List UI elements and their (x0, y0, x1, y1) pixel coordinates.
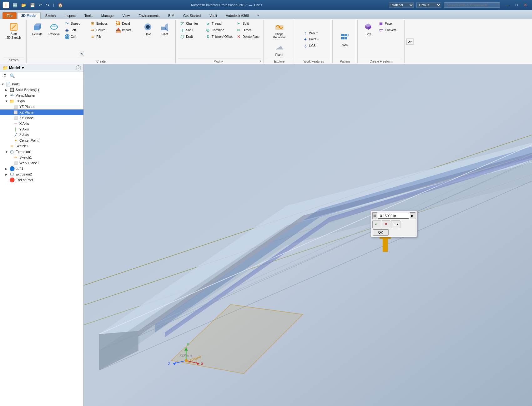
dialog-options-button[interactable]: ☰ ▾ (391, 221, 400, 228)
thread-button[interactable]: ⌀ Thread (204, 20, 234, 27)
convert-button[interactable]: ⇄ Convert (377, 27, 402, 33)
delete-face-button[interactable]: ✕ Delete Face (235, 33, 261, 40)
face-button[interactable]: ◼ Face (377, 20, 402, 27)
rib-button[interactable]: ≡ Rib (88, 33, 113, 40)
thicken-offset-button[interactable]: ⇕ Thicken/ Offset (204, 33, 234, 40)
panel-help-button[interactable]: ? (76, 65, 81, 70)
tree-item-view-master[interactable]: ▶ 👁 View: Master (0, 93, 83, 98)
close-button[interactable]: ✕ (521, 2, 529, 8)
emboss-button[interactable]: ⊞ Emboss (88, 20, 113, 27)
expander-view-master[interactable]: ▶ (5, 94, 9, 97)
ucs-button[interactable]: ⊹ UCS (301, 43, 326, 49)
box-freeform-button[interactable]: Box (360, 20, 376, 38)
import-button[interactable]: 📥 Import (114, 27, 139, 33)
decal-button[interactable]: 🖼 Decal (114, 20, 139, 27)
tab-sketch[interactable]: Sketch (41, 12, 60, 19)
tab-bim[interactable]: BIM (164, 12, 178, 19)
undo-button[interactable]: ↶ (38, 2, 43, 8)
tree-item-loft1[interactable]: ▶ 🔵 Loft1 (0, 166, 83, 171)
axis-dropdown[interactable]: ▾ (316, 31, 318, 34)
loft-button[interactable]: ◈ Loft (63, 27, 88, 33)
tab-tools[interactable]: Tools (80, 12, 97, 19)
tab-environments[interactable]: Environments (134, 12, 163, 19)
search-tree-button[interactable]: 🔍 (9, 73, 16, 79)
extrude-button[interactable]: Extrude (29, 20, 45, 38)
shell-button[interactable]: ◫ Shell (178, 27, 203, 33)
combine-button[interactable]: ⊕ Combine (204, 27, 234, 33)
tree-item-center-point[interactable]: ▶ ✦ Center Point (0, 138, 83, 143)
ok-button[interactable]: OK (373, 229, 389, 236)
material-dropdown[interactable]: Material (389, 3, 414, 8)
tree-item-x-axis[interactable]: ▶ ─ X Axis (0, 121, 83, 126)
shape-generator-button[interactable]: ShapeGenerator (271, 20, 288, 40)
dimension-arrow-button[interactable]: ▶ (410, 212, 415, 219)
dimension-input[interactable] (378, 213, 409, 219)
save-button[interactable]: 💾 (29, 2, 36, 8)
tab-manage[interactable]: Manage (97, 12, 118, 19)
tab-inspect[interactable]: Inspect (61, 12, 80, 19)
tree-item-yz-plane[interactable]: ▶ ⬜ YZ Plane (0, 104, 83, 109)
axis-button[interactable]: ↕ Axis ▾ (301, 30, 326, 36)
split-button[interactable]: ✂ Split (235, 20, 261, 27)
expander-part1[interactable]: ▼ (1, 83, 5, 86)
sweep-button[interactable]: 〜 Sweep (63, 20, 88, 27)
expander-ext2[interactable]: ▶ (5, 173, 9, 176)
rectangular-pattern-button[interactable]: Rect. (337, 31, 353, 48)
tree-item-work-plane1[interactable]: ▶ ⬜ Work Plane1 (0, 160, 83, 166)
tab-a360[interactable]: Autodesk A360 (222, 12, 253, 19)
start-2d-sketch-button[interactable]: Start2D Sketch (4, 21, 24, 41)
tab-vault[interactable]: Vault (205, 12, 221, 19)
expander-loft1[interactable]: ▶ (5, 167, 9, 170)
filter-button[interactable]: ⚲ (3, 73, 8, 79)
viewport[interactable]: XZPlane Z Y X XZ (84, 64, 532, 406)
modify-dropdown-arrow[interactable]: ▾ (259, 59, 261, 63)
open-button[interactable]: 📂 (20, 2, 28, 8)
tree-item-xy-plane[interactable]: ▶ ⬜ XY Plane (0, 115, 83, 121)
tab-3dmodel[interactable]: 3D Model (17, 12, 41, 19)
plane-explore-icon (274, 43, 284, 53)
redo-button[interactable]: ↷ (45, 2, 51, 8)
help-search-input[interactable] (444, 2, 500, 8)
direct-button[interactable]: ✏ Direct (235, 27, 261, 33)
loft-icon: ◈ (64, 28, 69, 33)
revolve-button[interactable]: Revolve (46, 20, 62, 38)
tree-item-origin[interactable]: ▼ 📁 Origin (0, 98, 83, 104)
point-button[interactable]: ✦ Point ▾ (301, 36, 326, 43)
point-dropdown[interactable]: ▾ (317, 38, 319, 41)
chamfer-button[interactable]: ◸ Chamfer (178, 20, 203, 27)
derive-button[interactable]: ⇒ Derive (88, 27, 113, 33)
tab-getstarted[interactable]: Get Started (179, 12, 205, 19)
ribbon-expand-button[interactable]: ≫ (406, 38, 414, 45)
tree-item-end-of-part[interactable]: ▶ 🔴 End of Part (0, 177, 83, 183)
tree-item-solid-bodies[interactable]: ▶ 🔲 Solid Bodies(1) (0, 87, 83, 93)
hole-button[interactable]: Hole (140, 20, 156, 38)
tree-item-sketch1-top[interactable]: ▶ ✏ Sketch1 (0, 143, 83, 149)
tree-item-extrusion1[interactable]: ▼ ⬡ Extrusion1 (0, 149, 83, 155)
plane-explore-button[interactable]: Plane (271, 41, 288, 58)
tree-item-sketch1-sub[interactable]: ▶ ✏ Sketch1 (0, 155, 83, 160)
view-master-icon: 👁 (9, 93, 14, 98)
coil-button[interactable]: 🌀 Coil (63, 33, 88, 40)
fillet-button[interactable]: Fillet (157, 20, 173, 38)
dialog-ok-check-button[interactable]: ✓ (372, 221, 381, 228)
minimize-button[interactable]: ─ (504, 2, 512, 8)
draft-button[interactable]: ⬡ Draft (178, 33, 203, 40)
maximize-button[interactable]: □ (513, 2, 520, 8)
panel-title-dropdown[interactable]: ▾ (22, 66, 24, 70)
new-button[interactable]: 🆕 (11, 2, 19, 8)
tree-item-y-axis[interactable]: ▶ │ Y Axis (0, 126, 83, 132)
home-button[interactable]: 🏠 (57, 2, 64, 8)
tab-view[interactable]: View (118, 12, 134, 19)
tab-file[interactable]: File (3, 12, 17, 19)
expander-ext1[interactable]: ▼ (5, 150, 9, 154)
expander-solid-bodies[interactable]: ▶ (5, 88, 9, 92)
tree-item-xz-plane[interactable]: ▶ ⬜ XZ Plane (0, 109, 83, 115)
tab-more[interactable]: ▾ (253, 12, 263, 19)
expander-origin[interactable]: ▼ (5, 99, 9, 103)
scheme-dropdown[interactable]: Default (416, 3, 441, 8)
extrusion1-icon: ⬡ (9, 149, 14, 154)
tree-item-extrusion2[interactable]: ▶ ⬡ Extrusion2 (0, 171, 83, 177)
tree-item-z-axis[interactable]: ▶ ╱ Z Axis (0, 132, 83, 138)
tree-item-part1[interactable]: ▼ 📄 Part1 (0, 81, 83, 87)
dialog-cancel-button[interactable]: ✕ (382, 221, 390, 228)
